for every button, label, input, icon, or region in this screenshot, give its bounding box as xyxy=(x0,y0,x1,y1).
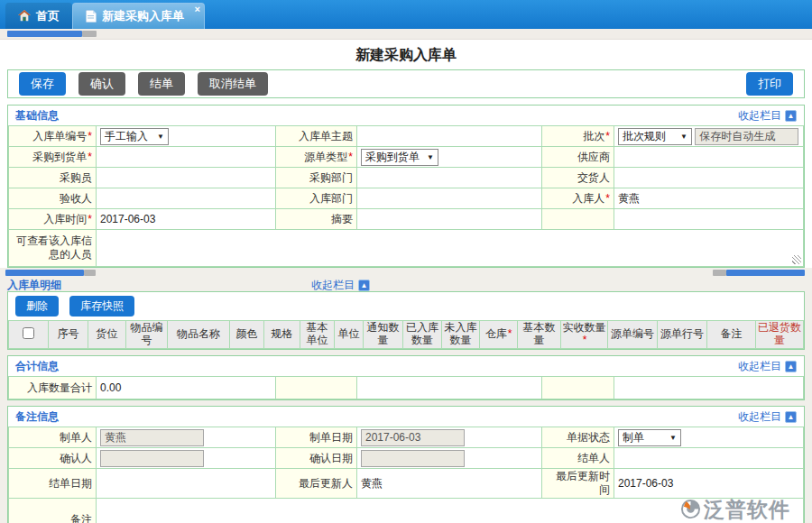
tab-home[interactable]: 首页 xyxy=(5,3,72,29)
purchase-dept-field[interactable] xyxy=(357,168,542,188)
cancel-settle-button[interactable]: 取消结单 xyxy=(198,72,268,96)
creator-label: 制单人 xyxy=(9,427,97,448)
deliverer-label: 交货人 xyxy=(542,168,614,188)
chevron-down-icon: ▼ xyxy=(669,434,677,442)
col-base-qty: 基本数量 xyxy=(518,321,561,349)
collapse-detail-label: 收起栏目 xyxy=(311,278,355,293)
collapse-up-icon: ▲ xyxy=(785,110,797,122)
section-remark: 备注信息 收起栏目 ▲ 制单人 黄燕 制单日期 2017-06-03 单据状态 … xyxy=(7,406,805,523)
update-time-field: 2017-06-03 xyxy=(614,469,804,499)
col-unit: 单位 xyxy=(335,321,364,349)
resize-grip-icon[interactable] xyxy=(792,255,801,264)
section-basic-info: 基础信息 收起栏目 ▲ 入库单编号* 手工输入▼ 入库单主题 批次* 批次规则▼… xyxy=(7,105,805,268)
viewers-textarea[interactable] xyxy=(97,230,804,267)
save-button[interactable]: 保存 xyxy=(19,72,66,96)
chevron-down-icon: ▼ xyxy=(157,133,164,141)
entry-no-select[interactable]: 手工输入▼ xyxy=(100,128,169,145)
tabbar-scrollbar xyxy=(0,29,812,40)
subject-field[interactable] xyxy=(357,126,542,147)
col-color: 颜色 xyxy=(230,321,264,349)
col-source-no: 源单编号 xyxy=(608,321,658,349)
select-all-checkbox[interactable] xyxy=(23,327,34,339)
scrollbar-thumb-gray[interactable] xyxy=(82,31,97,37)
source-type-select[interactable]: 采购到货单▼ xyxy=(361,149,438,166)
empty-value-cell xyxy=(357,377,542,399)
scrollbar-thumb[interactable] xyxy=(7,31,82,37)
collapse-total-label: 收起栏目 xyxy=(738,359,781,374)
inspector-label: 验收人 xyxy=(9,188,97,209)
tab-current[interactable]: 新建采购入库单 × xyxy=(72,3,205,29)
fanpu-logo-text: 泛普软件 xyxy=(704,499,790,523)
delete-button[interactable]: 删除 xyxy=(15,296,59,317)
collapse-remark[interactable]: 收起栏目 ▲ xyxy=(738,409,797,425)
collapse-up-icon: ▲ xyxy=(785,361,797,372)
col-item-no: 物品编号 xyxy=(126,321,168,349)
basic-info-title: 基础信息 xyxy=(15,108,59,124)
source-type-label: 源单类型* xyxy=(276,147,357,168)
scrollbar-thumb-gray[interactable] xyxy=(713,270,726,276)
basic-section-scrollbar xyxy=(0,268,812,276)
settle-button[interactable]: 结单 xyxy=(138,72,185,96)
document-icon xyxy=(86,10,97,23)
empty-label-cell xyxy=(542,377,614,399)
remark-title: 备注信息 xyxy=(15,409,59,425)
stock-snapshot-button[interactable]: 库存快照 xyxy=(69,296,134,317)
supplier-field[interactable] xyxy=(614,147,804,168)
buyer-field[interactable] xyxy=(97,168,276,188)
col-warehouse: 仓库* xyxy=(480,321,518,349)
col-source-line: 源单行号 xyxy=(658,321,707,349)
doc-status-label: 单据状态 xyxy=(542,427,614,448)
remark-header: 备注信息 收起栏目 ▲ xyxy=(8,407,804,427)
scrollbar-thumb[interactable] xyxy=(5,270,84,276)
settler-field xyxy=(614,448,804,469)
collapse-up-icon: ▲ xyxy=(358,280,370,291)
section-detail-grid: 删除 库存快照 序号 货位 物品编号 物品名称 颜色 规格 xyxy=(7,291,805,350)
batch-rule-select[interactable]: 批次规则▼ xyxy=(618,128,692,145)
tab-home-label: 首页 xyxy=(36,8,60,24)
viewers-label: 可查看该入库信息的人员 xyxy=(9,230,97,267)
col-spec: 规格 xyxy=(264,321,300,349)
remark-form: 制单人 黄燕 制单日期 2017-06-03 单据状态 制单▼ 确认人 确认日期… xyxy=(8,427,804,523)
deliverer-field[interactable] xyxy=(614,168,804,188)
confirm-button[interactable]: 确认 xyxy=(78,72,125,96)
collapse-detail[interactable]: 收起栏目 ▲ xyxy=(311,278,370,293)
settle-date-field xyxy=(97,469,276,499)
remark-textarea[interactable]: 泛普软件 www.fanpusoft.com xyxy=(97,499,804,523)
confirm-date-field xyxy=(361,450,465,467)
section-total: 合计信息 收起栏目 ▲ 入库数量合计 0.00 xyxy=(7,355,805,400)
entry-dept-label: 入库部门 xyxy=(276,188,357,209)
detail-table: 序号 货位 物品编号 物品名称 颜色 规格 基本单位 单位 通知数量 已入库数量… xyxy=(8,320,804,349)
empty-label-cell xyxy=(542,209,614,230)
detail-table-header-row: 序号 货位 物品编号 物品名称 颜色 规格 基本单位 单位 通知数量 已入库数量… xyxy=(9,321,804,349)
arrival-field[interactable] xyxy=(97,147,276,168)
updater-field: 黄燕 xyxy=(357,469,542,499)
buyer-label: 采购员 xyxy=(9,168,97,188)
update-time-label: 最后更新时间 xyxy=(542,469,614,499)
entry-time-field[interactable]: 2017-06-03 xyxy=(97,209,276,230)
chevron-down-icon: ▼ xyxy=(427,153,434,161)
detail-title: 入库单明细 xyxy=(7,278,61,293)
collapse-total[interactable]: 收起栏目 ▲ xyxy=(738,359,797,374)
basic-info-header: 基础信息 收起栏目 ▲ xyxy=(8,106,804,125)
print-button[interactable]: 打印 xyxy=(746,72,793,96)
entry-person-field[interactable]: 黄燕 xyxy=(614,188,804,209)
summary-label: 摘要 xyxy=(276,209,357,230)
scrollbar-thumb[interactable] xyxy=(726,270,805,276)
inspector-field[interactable] xyxy=(97,188,276,209)
doc-status-select[interactable]: 制单▼ xyxy=(618,429,681,446)
entry-dept-field[interactable] xyxy=(357,188,542,209)
app-window: 首页 新建采购入库单 × 新建采购入库单 保存 确认 结单 取消结单 打印 基础… xyxy=(0,0,812,523)
close-icon[interactable]: × xyxy=(195,4,200,14)
collapse-basic[interactable]: 收起栏目 ▲ xyxy=(738,108,797,124)
col-remark: 备注 xyxy=(707,321,756,349)
col-in-qty: 已入库数量 xyxy=(403,321,442,349)
scrollbar-thumb-gray[interactable] xyxy=(84,270,96,276)
detail-header: 入库单明细 收起栏目 ▲ xyxy=(0,276,812,291)
total-title: 合计信息 xyxy=(15,359,59,374)
summary-field[interactable] xyxy=(357,209,542,230)
detail-toolbar: 删除 库存快照 xyxy=(8,292,804,320)
home-icon xyxy=(18,10,31,22)
remark-field-label: 备注 xyxy=(9,499,97,523)
select-all-cell xyxy=(9,321,49,349)
col-notice-qty: 通知数量 xyxy=(364,321,403,349)
